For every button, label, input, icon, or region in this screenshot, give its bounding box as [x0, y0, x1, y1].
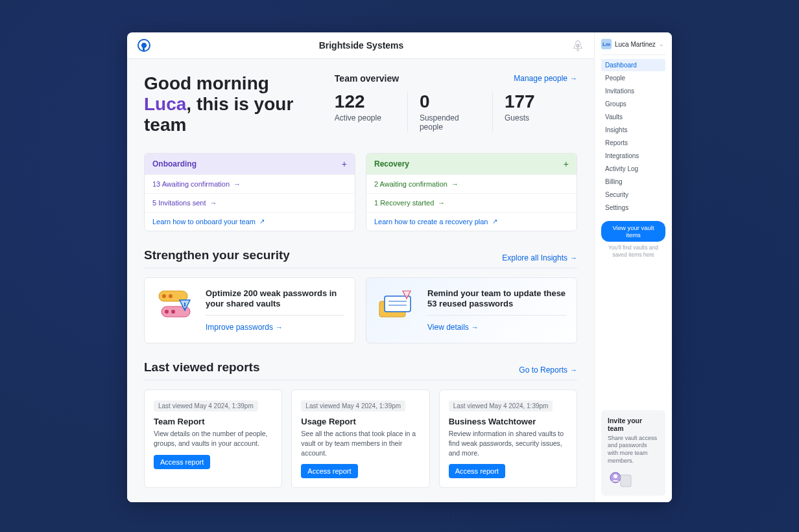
- business-watchtower-card: Last viewed May 4 2024, 1:39pm Business …: [439, 389, 577, 488]
- recovery-learn-label: Learn how to create a recovery plan: [374, 218, 488, 226]
- onboarding-awaiting-row[interactable]: 13 Awaiting confirmation→: [145, 174, 355, 193]
- access-report-button[interactable]: Access report: [301, 464, 357, 478]
- app-logo-icon: [137, 39, 150, 52]
- onboarding-row-label: 5 Invitations sent: [152, 199, 206, 207]
- nav-settings[interactable]: Settings: [601, 202, 665, 214]
- main-column: Brightside Systems 0 Good morning Luca, …: [127, 32, 594, 502]
- view-details-link[interactable]: View details →: [427, 323, 479, 332]
- svg-point-6: [171, 310, 175, 314]
- recovery-learn-link[interactable]: Learn how to create a recovery plan↗: [366, 212, 577, 231]
- stat-value: 0: [420, 91, 481, 112]
- nav-security[interactable]: Security: [601, 189, 665, 201]
- recovery-add-button[interactable]: +: [564, 159, 569, 169]
- report-card-title: Business Watchtower: [449, 417, 567, 426]
- svg-point-8: [184, 308, 185, 309]
- stat-value: 122: [335, 91, 396, 112]
- nav-vaults[interactable]: Vaults: [601, 111, 665, 123]
- svg-point-3: [169, 294, 173, 298]
- explore-insights-link[interactable]: Explore all Insights →: [502, 253, 577, 262]
- manage-people-link[interactable]: Manage people →: [514, 74, 577, 83]
- improve-passwords-link[interactable]: Improve passwords →: [206, 323, 283, 332]
- go-to-reports-label: Go to Reports: [519, 365, 567, 375]
- view-vault-items-button[interactable]: View your vault items: [601, 221, 665, 242]
- go-to-reports-link[interactable]: Go to Reports →: [519, 365, 577, 375]
- external-link-icon: ↗: [259, 218, 265, 225]
- svg-point-2: [162, 294, 166, 298]
- greeting-name: Luca: [144, 94, 186, 114]
- onboarding-row-label: 13 Awaiting confirmation: [152, 180, 230, 188]
- nav-insights[interactable]: Insights: [601, 124, 665, 136]
- explore-insights-label: Explore all Insights: [502, 253, 567, 262]
- security-title: Strengthen your security: [144, 248, 290, 262]
- recovery-started-row[interactable]: 1 Recovery started→: [366, 193, 577, 212]
- onboarding-add-button[interactable]: +: [342, 159, 347, 169]
- report-viewed-chip: Last viewed May 4 2024, 1:39pm: [154, 400, 258, 411]
- user-avatar: Lm: [601, 39, 612, 49]
- app-window: Brightside Systems 0 Good morning Luca, …: [127, 32, 672, 502]
- access-report-button[interactable]: Access report: [449, 464, 505, 478]
- sidebar-nav: Dashboard People Invitations Groups Vaul…: [601, 59, 665, 214]
- nav-dashboard[interactable]: Dashboard: [601, 59, 665, 71]
- stat-guests: 177 Guests: [492, 91, 577, 132]
- nav-invitations[interactable]: Invitations: [601, 85, 665, 97]
- recovery-row-label: 2 Awaiting confirmation: [374, 180, 447, 188]
- reports-title: Last viewed reports: [144, 360, 259, 375]
- security-section-header: Strengthen your security Explore all Ins…: [144, 248, 577, 262]
- divider: [144, 268, 577, 268]
- hero-row: Good morning Luca, this is your team Tea…: [144, 73, 577, 136]
- report-card-desc: View details on the number of people, gr…: [154, 429, 272, 448]
- nav-groups[interactable]: Groups: [601, 98, 665, 110]
- divider: [601, 54, 665, 55]
- security-cards: Optimize 200 weak passwords in your shar…: [144, 277, 577, 344]
- access-report-button[interactable]: Access report: [154, 455, 210, 469]
- invite-team-card: Invite your team Share vault access and …: [601, 410, 665, 496]
- arrow-right-icon: →: [210, 199, 217, 207]
- svg-point-0: [577, 49, 579, 51]
- stat-active-people: 122 Active people: [335, 91, 407, 132]
- onboarding-title: Onboarding: [152, 159, 197, 168]
- overview-stats: 122 Active people 0 Suspended people 177…: [335, 91, 577, 132]
- divider: [144, 380, 577, 380]
- onboarding-learn-link[interactable]: Learn how to onboard your team↗: [145, 212, 355, 231]
- user-menu[interactable]: Lm Luca Martinez ⌄: [601, 39, 665, 49]
- notification-bell-icon[interactable]: 0: [572, 39, 584, 52]
- stat-suspended-people: 0 Suspended people: [407, 91, 492, 132]
- arrow-right-icon: →: [570, 75, 577, 82]
- nav-activity-log[interactable]: Activity Log: [601, 163, 665, 175]
- arrow-right-icon: →: [276, 323, 283, 331]
- nav-integrations[interactable]: Integrations: [601, 150, 665, 162]
- report-card-title: Team Report: [154, 417, 272, 426]
- team-overview: Team overview Manage people → 122 Active…: [335, 73, 577, 136]
- stat-label: Active people: [335, 113, 396, 122]
- svg-rect-16: [621, 475, 631, 487]
- arrow-right-icon: →: [451, 180, 459, 188]
- invite-team-icon: [608, 470, 634, 489]
- main-content: Good morning Luca, this is your team Tea…: [127, 59, 594, 502]
- overview-title: Team overview: [335, 73, 399, 84]
- onboarding-panel: Onboarding + 13 Awaiting confirmation→ 5…: [144, 153, 355, 231]
- arrow-right-icon: →: [471, 323, 479, 331]
- nav-reports[interactable]: Reports: [601, 137, 665, 149]
- greeting-heading: Good morning Luca, this is your team: [144, 73, 309, 136]
- greeting: Good morning Luca, this is your team: [144, 73, 309, 136]
- report-card-desc: See all the actions that took place in a…: [301, 429, 420, 457]
- report-viewed-chip: Last viewed May 4 2024, 1:39pm: [301, 400, 405, 411]
- security-card-title: Optimize 200 weak passwords in your shar…: [206, 288, 344, 316]
- topbar: Brightside Systems 0: [127, 32, 594, 59]
- vault-hint: You'll find vaults and saved items here: [601, 244, 665, 259]
- nav-people[interactable]: People: [601, 72, 665, 84]
- invite-title: Invite your team: [608, 417, 659, 432]
- arrow-right-icon: →: [570, 254, 577, 262]
- security-card-title: Remind your team to update these 53 reus…: [427, 288, 566, 316]
- report-card-desc: Review information in shared vaults to f…: [449, 429, 567, 457]
- company-name: Brightside Systems: [319, 40, 404, 51]
- report-viewed-chip: Last viewed May 4 2024, 1:39pm: [449, 400, 553, 411]
- onboarding-header: Onboarding +: [145, 154, 355, 174]
- report-card-title: Usage Report: [301, 417, 420, 426]
- svg-point-15: [614, 474, 617, 478]
- onboarding-invitations-row[interactable]: 5 Invitations sent→: [145, 193, 355, 212]
- nav-billing[interactable]: Billing: [601, 176, 665, 188]
- usage-report-card: Last viewed May 4 2024, 1:39pm Usage Rep…: [291, 389, 429, 488]
- external-link-icon: ↗: [492, 218, 497, 225]
- recovery-awaiting-row[interactable]: 2 Awaiting confirmation→: [366, 174, 577, 193]
